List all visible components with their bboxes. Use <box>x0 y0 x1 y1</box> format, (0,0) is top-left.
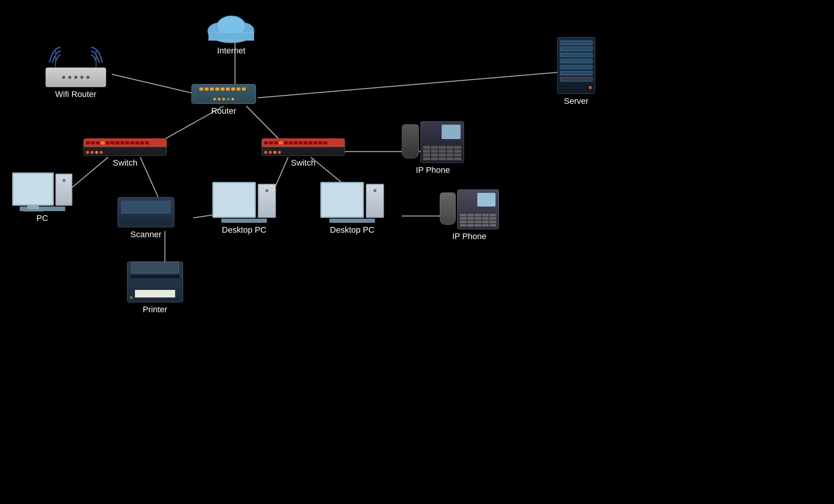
internet-label: Internet <box>217 46 246 56</box>
desktop-pc1-icon <box>212 182 276 218</box>
pc-label: PC <box>36 213 48 223</box>
server-label: Server <box>564 96 589 106</box>
switch1-label: Switch <box>113 158 138 168</box>
scanner-label: Scanner <box>130 230 161 239</box>
router-label: Router <box>211 106 236 116</box>
desktop-pc1-label: Desktop PC <box>222 225 266 235</box>
pc-icon <box>12 172 72 206</box>
svg-rect-18 <box>209 33 253 40</box>
wifi-signal-right <box>76 45 106 64</box>
switch1-icon <box>83 138 167 156</box>
router-icon <box>191 84 256 104</box>
printer-label: Printer <box>143 305 168 315</box>
internet-node: Internet <box>201 8 262 56</box>
switch2-icon <box>262 138 345 156</box>
desktop-pc1-node: Desktop PC <box>212 182 276 235</box>
switch2-node: Switch <box>262 138 345 168</box>
desktop-pc2-label: Desktop PC <box>330 225 374 235</box>
ip-phone1-icon <box>402 121 464 163</box>
desktop-pc2-node: Desktop PC <box>320 182 384 235</box>
ip-phone2-icon <box>440 189 499 229</box>
ip-phone2-label: IP Phone <box>452 232 486 241</box>
ip-phone1-label: IP Phone <box>416 165 450 175</box>
connection-lines <box>0 0 834 504</box>
scanner-icon <box>118 197 174 227</box>
ip-phone1-node: IP Phone <box>402 121 464 175</box>
switch2-label: Switch <box>291 158 316 168</box>
scanner-node: Scanner <box>118 197 174 239</box>
desktop-pc2-icon <box>320 182 384 218</box>
cloud-icon <box>201 8 262 44</box>
server-icon <box>557 37 595 94</box>
ip-phone2-node: IP Phone <box>440 189 499 241</box>
printer-icon <box>127 261 183 302</box>
wifi-signal-left <box>45 45 76 64</box>
server-node: Server <box>557 37 595 106</box>
switch1-node: Switch <box>83 138 167 168</box>
pc-node: PC <box>12 172 72 223</box>
printer-node: Printer <box>127 261 183 315</box>
svg-line-2 <box>258 70 580 98</box>
wifi-router-label: Wifi Router <box>55 89 97 99</box>
router-node: Router <box>191 84 256 116</box>
wifi-router-node: Wifi Router <box>45 45 106 99</box>
network-diagram: Internet Router <box>0 0 834 504</box>
